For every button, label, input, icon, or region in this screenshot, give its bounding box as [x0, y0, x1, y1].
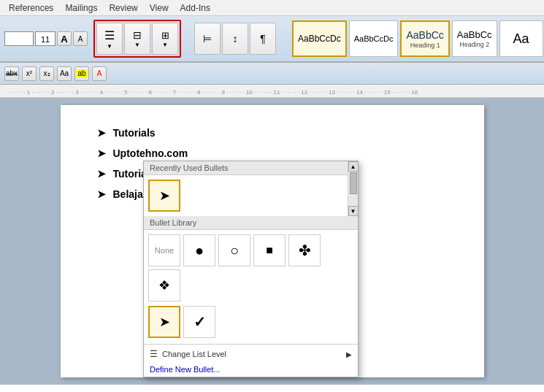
- menu-view[interactable]: View: [144, 1, 175, 15]
- font-color-icon: A: [97, 69, 102, 77]
- style-heading1-btn[interactable]: AaBbCc Heading 1: [400, 20, 449, 57]
- font-controls: 11 A A: [4, 31, 88, 46]
- list-item: ➤ Uptotehno.com: [97, 147, 448, 159]
- bullet-plus[interactable]: ✤: [288, 234, 321, 266]
- ribbon: 11 A A ☰ ▼ ⊟ ▼ ⊞ ▼ ⊨ ↕: [0, 16, 544, 63]
- superscript-btn[interactable]: x²: [22, 66, 37, 81]
- change-case-btn[interactable]: Aa: [57, 66, 72, 81]
- style-heading1-text: AaBbCc: [406, 29, 443, 41]
- check-symbol: ✓: [194, 313, 206, 331]
- bullet-library-grid: None ● ○ ■ ✤ ❖: [144, 230, 358, 306]
- superscript-icon: x²: [26, 69, 32, 77]
- arrow-symbol: ➤: [159, 314, 170, 330]
- scroll-track: [349, 172, 358, 206]
- strikethrough-icon: abx: [6, 69, 18, 77]
- font-grow-label: A: [61, 34, 67, 45]
- subscript-btn[interactable]: x₂: [39, 66, 54, 81]
- bullet-none[interactable]: None: [148, 234, 180, 266]
- bullet-list-icon: ☰: [104, 28, 115, 42]
- recently-used-grid: ➤: [144, 175, 358, 216]
- scroll-thumb[interactable]: [350, 172, 357, 194]
- font-color-btn[interactable]: A: [92, 66, 107, 81]
- scroll-down-btn[interactable]: ▼: [348, 206, 359, 216]
- define-new-bullet-label: Define New Bullet...: [150, 365, 221, 374]
- style-heading2-btn[interactable]: AaBbCc Heading 2: [452, 20, 497, 57]
- bullet-circle[interactable]: ○: [218, 234, 250, 266]
- text-highlight-btn[interactable]: ab: [74, 66, 89, 81]
- dropdown-divider: [144, 344, 358, 345]
- ruler-content: · · · · · · 1 · · · · · · 2 · · · · · · …: [0, 85, 544, 97]
- recently-used-header: Recently Used Bullets: [144, 161, 358, 175]
- style-heading1-label: Heading 1: [410, 42, 440, 49]
- multilevel-list-btn[interactable]: ⊞ ▼: [152, 23, 178, 55]
- font-grow-btn[interactable]: A: [57, 31, 72, 46]
- list-item-text-2: Uptotehno.com: [113, 147, 188, 159]
- change-list-level-item[interactable]: ☰ Change List Level ▶: [144, 346, 358, 362]
- font-shrink-btn[interactable]: A: [73, 31, 88, 46]
- increase-indent-btn[interactable]: ↕: [222, 23, 248, 55]
- font-name-box[interactable]: [4, 31, 34, 46]
- doc-area: ➤ Tutorials ➤ Uptotehno.com ➤ Tutorial S…: [0, 98, 544, 385]
- decrease-indent-btn[interactable]: ⊨: [194, 23, 221, 55]
- bullet-list-chevron: ▼: [107, 43, 112, 50]
- bullet-list-group: ☰ ▼ ⊟ ▼ ⊞ ▼: [93, 20, 181, 58]
- change-level-icon: ☰: [150, 349, 158, 359]
- scroll-up-btn[interactable]: ▲: [348, 161, 359, 172]
- style-title-btn[interactable]: Aa: [499, 20, 543, 57]
- menu-references[interactable]: References: [3, 1, 59, 15]
- numbered-list-icon: ⊟: [133, 29, 142, 41]
- paragraph-mark-icon: ¶: [260, 33, 266, 45]
- style-title-text: Aa: [513, 31, 529, 47]
- menu-addins[interactable]: Add-Ins: [175, 1, 216, 15]
- numbered-list-btn[interactable]: ⊟ ▼: [124, 23, 150, 55]
- change-case-icon: Aa: [60, 69, 69, 77]
- recent-bullet-arrow[interactable]: ➤: [148, 180, 180, 212]
- list-item-text-1: Tutorials: [113, 127, 156, 139]
- numbered-list-chevron: ▼: [134, 42, 140, 48]
- none-label: None: [155, 246, 174, 255]
- style-nospace-text: AaBbCcDc: [354, 34, 394, 43]
- subscript-icon: x₂: [44, 69, 50, 77]
- bullet-diamond[interactable]: ❖: [148, 269, 180, 301]
- menu-mailings[interactable]: Mailings: [59, 1, 103, 15]
- bullet-library-header: Bullet Library: [144, 216, 358, 230]
- multilevel-list-icon: ⊞: [161, 30, 169, 41]
- bullet-check[interactable]: ✓: [183, 306, 215, 338]
- bullet-library-grid-row2: ➤ ✓: [144, 306, 358, 342]
- strikethrough-btn[interactable]: abx: [4, 66, 19, 81]
- recently-used-section: Recently Used Bullets ➤ ▲ ▼: [144, 161, 358, 216]
- menu-review[interactable]: Review: [103, 1, 143, 15]
- ribbon-row2: abx x² x₂ Aa ab A: [0, 63, 544, 85]
- style-heading2-label: Heading 2: [459, 41, 489, 48]
- recent-arrow-symbol: ➤: [159, 188, 170, 204]
- style-nospace-btn[interactable]: AaBbCcDc: [349, 20, 399, 57]
- change-list-level-label: Change List Level: [162, 350, 226, 358]
- bullet-dot[interactable]: ●: [183, 234, 215, 266]
- bullet-square[interactable]: ■: [253, 234, 286, 266]
- recently-used-scrollbar[interactable]: ▲ ▼: [348, 161, 358, 216]
- style-normal-btn[interactable]: AaBbCcDc: [292, 20, 347, 57]
- submenu-arrow-icon: ▶: [346, 350, 352, 358]
- list-item: ➤ Tutorials: [97, 127, 448, 139]
- define-new-bullet-item[interactable]: Define New Bullet...: [144, 362, 358, 377]
- styles-area: AaBbCcDc AaBbCcDc AaBbCc Heading 1 AaBbC…: [292, 20, 543, 57]
- bullet-list-btn[interactable]: ☰ ▼: [96, 23, 123, 55]
- diamond-symbol: ❖: [158, 277, 170, 293]
- square-symbol: ■: [266, 244, 273, 257]
- font-shrink-label: A: [78, 35, 83, 43]
- font-size-box[interactable]: 11: [35, 31, 55, 46]
- bullet-dropdown-panel: Recently Used Bullets ➤ ▲ ▼ Bullet Libra…: [143, 161, 359, 377]
- bullet-arrow-2: ➤: [97, 147, 106, 159]
- text-highlight-icon: ab: [76, 69, 87, 77]
- dot-symbol: ●: [195, 242, 204, 259]
- multilevel-list-chevron: ▼: [162, 42, 168, 48]
- menu-bar: References Mailings Review View Add-Ins: [0, 0, 544, 16]
- bullet-arrow[interactable]: ➤: [148, 306, 180, 338]
- paragraph-mark-btn[interactable]: ¶: [250, 23, 276, 55]
- plus-symbol: ✤: [299, 242, 311, 259]
- ruler: · · · · · · 1 · · · · · · 2 · · · · · · …: [0, 85, 544, 98]
- increase-indent-icon: ↕: [233, 33, 238, 45]
- style-normal-text: AaBbCcDc: [298, 34, 341, 44]
- bullet-arrow-1: ➤: [97, 127, 106, 139]
- bullet-arrow-3: ➤: [97, 168, 106, 180]
